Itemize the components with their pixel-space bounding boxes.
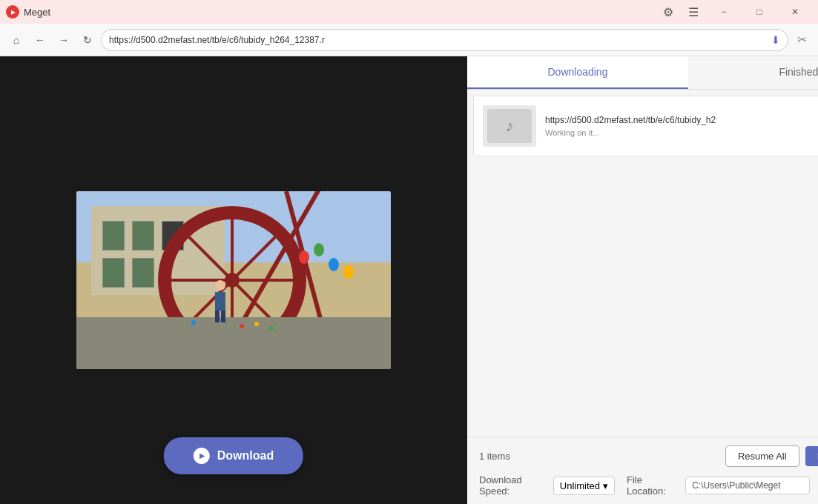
dot-red — [240, 324, 244, 328]
pause-all-button[interactable]: Pause All — [805, 446, 818, 466]
music-icon-bg: ♪ — [487, 109, 532, 143]
video-scene — [76, 191, 391, 369]
window4 — [102, 258, 125, 288]
window2 — [132, 221, 154, 251]
titlebar-controls: ⚙ ☰ − □ ✕ — [656, 0, 812, 24]
bottom-bar-row1: 1 items Resume All Pause All 🗑 — [479, 445, 818, 467]
balloon-blue — [329, 258, 339, 271]
speed-select[interactable]: Unlimited ▾ — [553, 477, 615, 495]
item-url: https://d500.d2mefast.net/tb/e/c6/tubidy… — [545, 115, 818, 125]
item-info: https://d500.d2mefast.net/tb/e/c6/tubidy… — [545, 115, 818, 137]
right-panel: Downloading Finished ♪ https://d500.d2me… — [467, 56, 818, 504]
download-speed-label: Download Speed: — [479, 474, 541, 497]
main-area: Download Downloading Finished ♪ https://… — [0, 56, 818, 504]
settings-button[interactable]: ⚙ — [656, 0, 680, 24]
person-body — [215, 292, 225, 311]
download-btn-label: Download — [217, 449, 274, 462]
refresh-button[interactable]: ↻ — [77, 30, 98, 50]
download-indicator-icon[interactable]: ⬇ — [771, 34, 780, 46]
url-text: https://d500.d2mefast.net/tb/e/c6/tubidy… — [109, 35, 767, 45]
bottom-actions: Resume All Pause All 🗑 — [725, 445, 818, 467]
tabs: Downloading Finished — [467, 56, 818, 90]
bottom-bar: 1 items Resume All Pause All 🗑 Download … — [467, 437, 818, 504]
music-note-icon: ♪ — [506, 116, 514, 136]
item-status: Working on it... — [545, 128, 818, 137]
home-button[interactable]: ⌂ — [6, 30, 27, 50]
items-count: 1 items — [479, 451, 510, 462]
bookmark-button[interactable]: ✂ — [791, 30, 812, 50]
app-icon — [6, 5, 19, 19]
bottom-bar-row2: Download Speed: Unlimited ▾ File Locatio… — [479, 474, 818, 497]
file-location-label: File Location: — [627, 474, 673, 497]
download-section: Download — [164, 437, 303, 474]
person-head — [215, 280, 225, 291]
window5 — [132, 258, 154, 288]
wheel-hub — [225, 273, 240, 288]
dot-blue — [191, 320, 196, 325]
balloon-green — [314, 243, 324, 256]
maximize-button[interactable]: □ — [742, 0, 776, 24]
resume-all-button[interactable]: Resume All — [725, 445, 799, 467]
minimize-button[interactable]: − — [707, 0, 741, 24]
window1 — [102, 221, 125, 251]
chevron-down-icon: ▾ — [603, 480, 608, 491]
forward-button[interactable]: → — [53, 30, 74, 50]
person-legs — [215, 311, 225, 322]
dot-green — [269, 326, 274, 331]
titlebar: Meget ⚙ ☰ − □ ✕ — [0, 0, 818, 24]
download-item: ♪ https://d500.d2mefast.net/tb/e/c6/tubi… — [473, 96, 818, 156]
titlebar-left: Meget — [6, 5, 50, 19]
item-thumbnail: ♪ — [483, 105, 536, 147]
close-button[interactable]: ✕ — [778, 0, 812, 24]
balloon-yellow — [343, 265, 354, 279]
person — [214, 280, 227, 321]
street — [76, 317, 391, 369]
download-list[interactable]: ♪ https://d500.d2mefast.net/tb/e/c6/tubi… — [467, 90, 818, 437]
app-title: Meget — [24, 7, 50, 18]
file-location-input[interactable] — [685, 477, 810, 494]
navbar: ⌂ ← → ↻ https://d500.d2mefast.net/tb/e/c… — [0, 24, 818, 56]
back-button[interactable]: ← — [30, 30, 50, 50]
balloon-red — [299, 251, 309, 264]
browser-panel: Download — [0, 56, 467, 504]
download-button[interactable]: Download — [164, 437, 303, 474]
menu-button[interactable]: ☰ — [682, 0, 705, 24]
url-bar: https://d500.d2mefast.net/tb/e/c6/tubidy… — [101, 29, 788, 51]
video-thumbnail — [76, 191, 391, 369]
tab-downloading[interactable]: Downloading — [467, 56, 688, 89]
dot-yellow — [254, 322, 259, 326]
download-btn-icon — [194, 448, 210, 464]
speed-value: Unlimited — [560, 480, 600, 491]
tab-finished[interactable]: Finished — [688, 56, 818, 89]
